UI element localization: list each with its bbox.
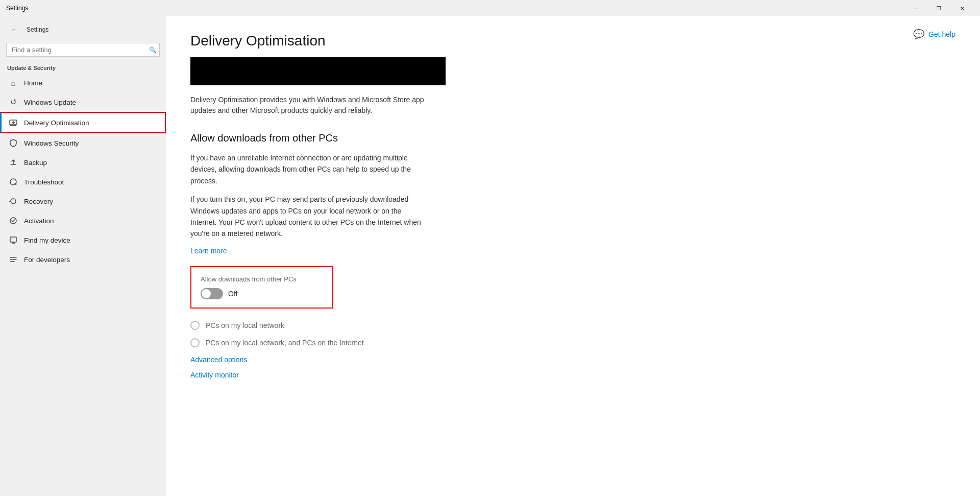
recovery-icon [9, 197, 18, 206]
toggle-switch[interactable] [201, 288, 223, 299]
sidebar-item-label-recovery: Recovery [24, 198, 53, 205]
find-device-icon [9, 235, 18, 245]
sidebar-item-label-home: Home [24, 79, 42, 87]
sidebar-item-activation[interactable]: Activation [0, 211, 166, 230]
sidebar-app-title: Settings [27, 26, 48, 33]
sidebar-item-troubleshoot[interactable]: Troubleshoot [0, 172, 166, 192]
advanced-options-link[interactable]: Advanced options [190, 356, 955, 364]
sidebar-item-delivery-optimisation[interactable]: Delivery Optimisation [0, 112, 166, 133]
help-icon: 💬 [913, 29, 924, 40]
body-text-2: If you turn this on, your PC may send pa… [190, 194, 425, 240]
search-box: 🔍 [6, 43, 160, 57]
sidebar-item-label-delivery: Delivery Optimisation [24, 119, 89, 127]
toggle-label: Allow downloads from other PCs [201, 275, 323, 283]
update-icon: ↺ [9, 98, 18, 107]
sidebar-item-for-developers[interactable]: For developers [0, 250, 166, 269]
sidebar-item-label-windows-update: Windows Update [24, 99, 76, 106]
sidebar-item-label-security: Windows Security [24, 139, 79, 147]
home-icon: ⌂ [9, 78, 18, 87]
back-button[interactable]: ← [7, 22, 21, 37]
section-heading: Allow downloads from other PCs [190, 132, 955, 144]
close-button[interactable]: ✕ [950, 0, 974, 16]
sidebar-item-label-developers: For developers [24, 256, 70, 264]
sidebar-item-home[interactable]: ⌂ Home [0, 73, 166, 92]
troubleshoot-icon [9, 177, 18, 186]
minimize-button[interactable]: — [903, 0, 927, 16]
learn-more-link[interactable]: Learn more [190, 247, 227, 255]
body-text-1: If you have an unreliable Internet conne… [190, 152, 425, 186]
activation-icon [9, 216, 18, 225]
radio-circle-internet [190, 338, 200, 347]
sidebar: ← Settings 🔍 Update & Security ⌂ Home ↺ … [0, 16, 166, 496]
sidebar-item-windows-security[interactable]: Windows Security [0, 133, 166, 153]
window-controls: — ❐ ✕ [903, 0, 974, 16]
radio-label-internet: PCs on my local network, and PCs on the … [206, 339, 364, 347]
sidebar-item-find-my-device[interactable]: Find my device [0, 230, 166, 250]
get-help-label: Get help [928, 30, 955, 38]
toggle-row: Off [201, 288, 323, 299]
app-title: Settings [6, 5, 903, 12]
search-input[interactable] [6, 43, 160, 57]
sidebar-item-label-backup: Backup [24, 159, 47, 167]
main-content: 💬 Get help Delivery Optimisation Deliver… [166, 16, 980, 496]
backup-icon [9, 158, 18, 167]
black-banner [190, 57, 446, 85]
sidebar-item-recovery[interactable]: Recovery [0, 192, 166, 211]
radio-circle-local [190, 321, 200, 330]
sidebar-item-backup[interactable]: Backup [0, 153, 166, 172]
activity-monitor-link[interactable]: Activity monitor [190, 371, 955, 379]
page-title: Delivery Optimisation [190, 33, 955, 49]
titlebar: Settings — ❐ ✕ [0, 0, 980, 16]
radio-label-local: PCs on my local network [206, 321, 284, 329]
radio-option-internet[interactable]: PCs on my local network, and PCs on the … [190, 338, 955, 347]
toggle-status: Off [228, 290, 237, 298]
svg-rect-8 [10, 237, 16, 242]
app-window: ← Settings 🔍 Update & Security ⌂ Home ↺ … [0, 16, 980, 496]
radio-option-local[interactable]: PCs on my local network [190, 321, 955, 330]
page-description: Delivery Optimisation provides you with … [190, 95, 425, 116]
developers-icon [9, 255, 18, 264]
sidebar-header: ← Settings [0, 16, 166, 41]
delivery-icon [9, 118, 18, 127]
sidebar-item-label-troubleshoot: Troubleshoot [24, 178, 64, 186]
security-icon [9, 138, 18, 148]
sidebar-item-label-find-device: Find my device [24, 237, 70, 244]
get-help-button[interactable]: 💬 Get help [913, 29, 955, 40]
sidebar-item-label-activation: Activation [24, 217, 54, 225]
toggle-box: Allow downloads from other PCs Off [190, 266, 333, 309]
section-label: Update & Security [0, 61, 166, 73]
sidebar-item-windows-update[interactable]: ↺ Windows Update [0, 92, 166, 112]
maximize-button[interactable]: ❐ [927, 0, 950, 16]
